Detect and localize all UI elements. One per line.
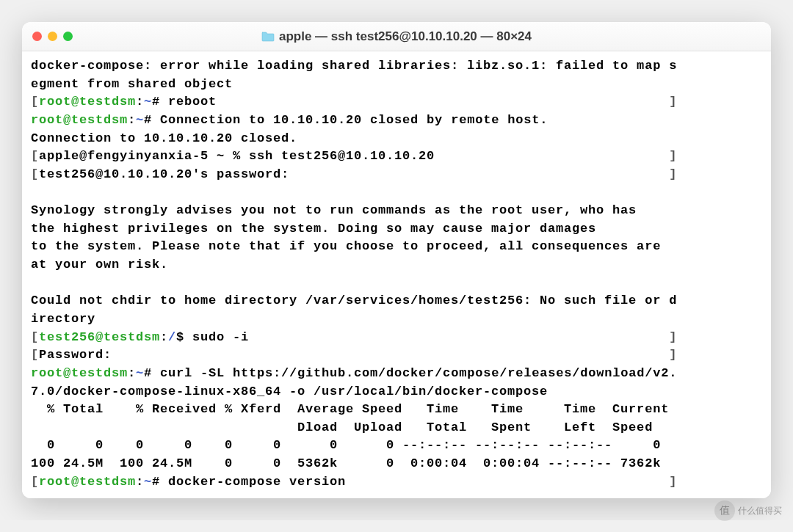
watermark-text: 什么值得买 — [738, 505, 782, 517]
terminal-line: at your own risk. — [31, 256, 762, 274]
window-title: apple — ssh test256@10.10.10.20 — 80×24 — [279, 29, 532, 44]
terminal-line: Could not chdir to home directory /var/s… — [31, 292, 762, 310]
terminal-line: 100 24.5M 100 24.5M 0 0 5362k 0 0:00:04 … — [31, 455, 762, 473]
terminal-line: irectory — [31, 310, 762, 329]
terminal-line: [apple@fengyinyanxia-5 ~ % ssh test256@1… — [31, 147, 762, 166]
terminal-line: [root@testdsm:~# docker-compose version … — [31, 473, 762, 492]
terminal-line: docker-compose: error while loading shar… — [31, 57, 762, 76]
terminal-line: % Total % Received % Xferd Average Speed… — [31, 401, 762, 419]
terminal-line: 0 0 0 0 0 0 0 0 --:--:-- --:--:-- --:--:… — [31, 437, 762, 455]
terminal-line: [root@testdsm:~# reboot ] — [31, 93, 762, 112]
terminal-line: [Password: ] — [31, 346, 762, 365]
terminal-line: Synology strongly advises you not to run… — [31, 202, 762, 220]
terminal-line: egment from shared object — [31, 76, 762, 94]
terminal-line: 7.0/docker-compose-linux-x86_64 -o /usr/… — [31, 383, 762, 401]
maximize-button[interactable] — [63, 32, 73, 41]
watermark-icon: 值 — [714, 500, 735, 520]
terminal-line: [test256@testdsm:/$ sudo -i ] — [31, 329, 762, 347]
terminal-line: [test256@10.10.10.20's password: ] — [31, 166, 762, 184]
watermark: 值 什么值得买 — [714, 500, 782, 520]
minimize-button[interactable] — [48, 32, 57, 41]
terminal-line: root@testdsm:~# curl -SL https://github.… — [31, 365, 762, 383]
terminal-line: root@testdsm:~# Connection to 10.10.10.2… — [31, 112, 762, 130]
terminal-line: to the system. Please note that if you c… — [31, 238, 762, 256]
terminal-body[interactable]: docker-compose: error while loading shar… — [22, 51, 771, 498]
terminal-window: apple — ssh test256@10.10.10.20 — 80×24 … — [22, 22, 771, 498]
terminal-line: the highest privileges on the system. Do… — [31, 220, 762, 238]
terminal-line — [31, 274, 762, 293]
terminal-line: Connection to 10.10.10.20 closed. — [31, 130, 762, 148]
traffic-lights — [32, 32, 73, 41]
title-container: apple — ssh test256@10.10.10.20 — 80×24 — [22, 29, 771, 44]
folder-icon — [261, 32, 275, 42]
close-button[interactable] — [32, 32, 42, 41]
terminal-line — [31, 183, 762, 202]
terminal-line: Dload Upload Total Spent Left Speed — [31, 419, 762, 437]
titlebar[interactable]: apple — ssh test256@10.10.10.20 — 80×24 — [22, 22, 771, 51]
